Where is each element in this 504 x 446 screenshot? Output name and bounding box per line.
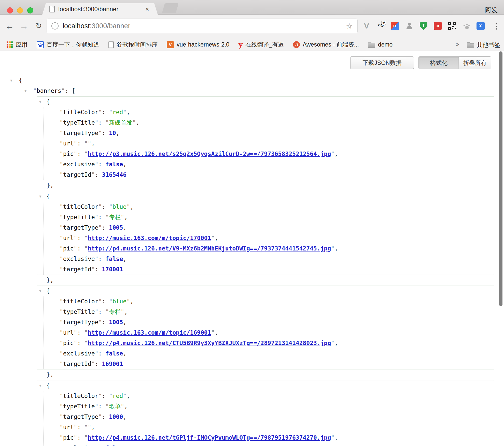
collapse-triangle-icon[interactable] [24,86,26,96]
reload-icon[interactable] [33,20,45,32]
json-field-line: "typeTitle": "新碟首发", [37,117,494,128]
json-comma: , [215,329,218,336]
json-field-line: "targetId": 3165446 [37,170,494,180]
json-colon: : [65,87,72,94]
format-button[interactable]: 格式化 [419,57,459,69]
translate-extension-icon[interactable]: 英 [376,20,386,32]
json-comma: , [123,256,127,262]
json-key: banners [37,87,61,94]
json-comma: , [124,214,128,220]
json-quote: " [98,130,102,136]
bookmark-apps[interactable]: 应用 [7,41,27,49]
bookmark-folder-demo[interactable]: demo [368,41,393,48]
browser-profile-name[interactable]: 阿发 [485,6,498,14]
array-item-box: {"titleColor": "blue","typeTitle": "专栏",… [37,191,494,275]
json-link[interactable]: http://p4.music.126.net/CTU5B9R9y3XyYBZX… [88,340,331,346]
json-value-string: 歌单 [109,403,121,410]
back-icon[interactable] [4,20,16,32]
array-item-box: {"titleColor": "red","typeTitle": "新碟首发"… [37,96,494,180]
zoom-window-button[interactable] [27,7,33,13]
json-link[interactable]: http://p4.music.126.net/tGPljf-IMOCyPvum… [88,434,331,441]
json-key: targetId [63,361,91,367]
json-comma: , [334,151,338,157]
json-quote: " [60,393,63,399]
json-quote: " [331,151,334,157]
bookmark-vue-hackernews[interactable]: vue-hackernews-2.0 [167,41,229,48]
json-quote: " [60,403,63,410]
json-field-line: "exclusive": false, [37,443,494,446]
bookmark-star-icon[interactable] [346,22,353,31]
json-tree: {"banners": [{"titleColor": "red","typeT… [0,75,504,446]
json-colon: : [98,256,105,262]
minimize-window-button[interactable] [17,7,23,13]
json-link[interactable]: http://p4.music.126.net/V9-MXz6b2MNhEKju… [88,245,331,252]
json-comma: , [91,140,95,147]
browser-menu-icon[interactable] [491,20,501,32]
download-json-button[interactable]: 下载JSON数据 [350,56,414,69]
json-field-line: "titleColor": "blue", [37,202,494,212]
json-link[interactable]: http://music.163.com/m/topic/170001 [88,235,211,241]
json-field-line: "targetId": 169001 [37,359,494,369]
json-colon: : [98,161,105,168]
fast-forward-extension-icon[interactable] [433,20,443,32]
bookmark-youdao[interactable]: 在线翻译_有道 [239,41,284,49]
page-info-icon[interactable] [51,22,59,29]
json-quote: " [127,203,130,210]
bookmarks-list: 应用 百度一下，你就知道 谷歌按时间排序 vue-hackernews-2.0 … [7,39,393,51]
json-value-number: 1005 [109,224,123,231]
close-window-button[interactable] [7,7,13,13]
json-link[interactable]: http://p3.music.126.net/s25q2x5QyqsAzilC… [88,151,331,157]
json-quote: " [84,151,88,157]
vue-devtools-extension-icon[interactable] [361,20,372,32]
view-mode-segmented-control: 格式化 折叠所有 [418,56,491,69]
new-tab-button[interactable] [162,3,179,13]
json-object-open: { [37,286,494,296]
tab-title: localhost:3000/banner [58,6,144,13]
forward-icon[interactable] [18,20,30,32]
fe-extension-icon[interactable] [390,20,400,32]
translate-badge: 英 [382,21,386,25]
qr-code-extension-icon[interactable] [447,20,457,32]
browser-tab[interactable]: localhost:3000/banner [42,3,158,15]
json-colon: : [98,350,105,357]
json-brace: { [46,98,50,105]
json-key: url [63,235,74,241]
bookmark-google-sort[interactable]: 谷歌按时间排序 [108,41,158,49]
json-colon: : [77,340,84,346]
collapse-triangle-icon[interactable] [39,380,41,391]
profile-silhouette-extension-icon[interactable] [404,20,414,32]
json-quote: " [84,329,88,336]
json-key: titleColor [63,298,98,305]
collapse-triangle-icon[interactable] [10,75,12,86]
scrollbar-thumb[interactable] [499,51,502,306]
bookmarks-overflow-chevron[interactable]: » [456,41,459,48]
json-quote: " [74,340,77,346]
json-colon: : [102,224,109,231]
shield-extension-icon[interactable] [418,20,429,32]
collapse-triangle-icon[interactable] [39,191,41,202]
json-field-line: "pic": "http://p4.music.126.net/V9-MXz6b… [37,243,494,254]
collapse-triangle-icon[interactable] [39,97,41,107]
address-bar[interactable]: localhost:3000/banner [47,19,358,33]
json-field-line: "url": "http://music.163.com/m/topic/169… [37,328,494,338]
url-text: localhost:3000/banner [63,22,346,30]
bookmark-baidu[interactable]: 百度一下，你就知道 [37,41,99,49]
folder-icon [368,43,375,48]
json-colon: : [77,434,84,441]
tab-close-icon[interactable] [144,6,151,13]
download-manager-extension-icon[interactable] [475,20,486,32]
json-quote: " [127,298,130,305]
json-quote: " [331,340,334,346]
bookmark-label: 其他书签 [477,41,500,49]
collapse-triangle-icon[interactable] [39,286,41,296]
bookmark-awesomes[interactable]: Awesomes - 前端资... [293,41,359,49]
json-quote: " [95,256,98,262]
json-quote: " [60,119,63,126]
json-colon: : [102,413,109,420]
collapse-all-button[interactable]: 折叠所有 [459,57,491,69]
json-comma: , [124,403,128,410]
json-field-line: "pic": "http://p4.music.126.net/CTU5B9R9… [37,338,494,348]
paw-extension-icon[interactable] [462,20,472,32]
bookmark-folder-other[interactable]: 其他书签 [467,41,500,49]
json-link[interactable]: http://music.163.com/m/topic/169001 [88,329,211,336]
